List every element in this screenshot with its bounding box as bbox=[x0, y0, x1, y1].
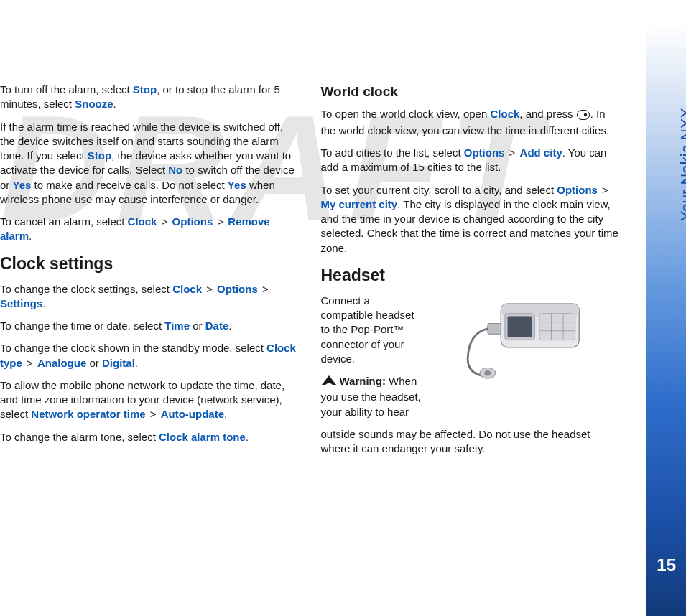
heading-world-clock: World clock bbox=[321, 83, 622, 101]
para-open-world-clock: To open the world clock view, open Clock… bbox=[321, 107, 622, 139]
svg-rect-5 bbox=[507, 316, 532, 337]
section-label: Your Nokia NXX bbox=[676, 108, 686, 221]
nav-right-key-icon bbox=[577, 109, 590, 123]
page-edge-gradient bbox=[646, 0, 686, 616]
ui-add-city: Add city bbox=[520, 146, 562, 159]
svg-point-1 bbox=[584, 113, 587, 116]
page-number: 15 bbox=[657, 554, 676, 577]
para-warning-inline: Warning: When you use the headset, your … bbox=[321, 374, 423, 419]
heading-headset: Headset bbox=[321, 264, 622, 286]
ui-options: Options bbox=[464, 146, 505, 159]
left-column: To turn off the alarm, select Stop, or t… bbox=[0, 83, 301, 464]
ui-date: Date bbox=[205, 319, 229, 332]
para-alarm-tone: To change the alarm tone, select Clock a… bbox=[0, 430, 301, 444]
ui-clock: Clock bbox=[172, 283, 202, 295]
ui-auto-update: Auto-update bbox=[161, 408, 224, 420]
ui-options: Options bbox=[217, 283, 258, 295]
ui-stop: Stop bbox=[133, 83, 157, 95]
para-clock-type: To change the clock shown in the standby… bbox=[0, 341, 301, 370]
headset-illustration bbox=[433, 294, 622, 380]
para-add-city: To add cities to the list, select Option… bbox=[321, 146, 622, 175]
ui-settings: Settings bbox=[0, 297, 42, 309]
svg-rect-6 bbox=[539, 314, 575, 340]
para-warning-cont: outside sounds may be affected. Do not u… bbox=[321, 427, 622, 457]
warning-label: Warning: bbox=[340, 375, 386, 387]
ui-digital: Digital bbox=[102, 357, 135, 369]
ui-my-current-city: My current city bbox=[321, 198, 398, 210]
right-column: World clock To open the world clock view… bbox=[321, 83, 622, 464]
para-alarm-off: To turn off the alarm, select Stop, or t… bbox=[0, 83, 301, 112]
para-network-time: To allow the mobile phone network to upd… bbox=[0, 378, 301, 422]
page-border-line bbox=[646, 6, 646, 610]
ui-yes: Yes bbox=[13, 179, 32, 191]
ui-yes: Yes bbox=[228, 179, 246, 191]
ui-no: No bbox=[168, 164, 182, 176]
heading-clock-settings: Clock settings bbox=[0, 253, 301, 275]
svg-rect-0 bbox=[577, 110, 589, 119]
svg-point-13 bbox=[484, 370, 491, 375]
para-cancel-alarm: To cancel an alarm, select Clock > Optio… bbox=[0, 215, 301, 244]
ui-clock-alarm-tone: Clock alarm tone bbox=[159, 431, 246, 443]
para-headset-connect: Connect a compatible headset to the Pop-… bbox=[321, 294, 423, 366]
warning-icon bbox=[321, 375, 337, 390]
ui-clock: Clock bbox=[128, 215, 157, 228]
svg-rect-11 bbox=[487, 323, 500, 334]
para-device-off: If the alarm time is reached while the d… bbox=[0, 120, 301, 207]
ui-options: Options bbox=[557, 184, 598, 196]
ui-snooze: Snooze bbox=[75, 98, 113, 110]
para-change-settings: To change the clock settings, select Clo… bbox=[0, 282, 301, 312]
ui-options: Options bbox=[172, 215, 213, 228]
ui-time: Time bbox=[164, 319, 190, 332]
ui-analogue: Analogue bbox=[37, 357, 86, 369]
ui-clock: Clock bbox=[490, 108, 519, 120]
ui-network-operator-time: Network operator time bbox=[31, 408, 145, 420]
para-current-city: To set your current city, scroll to a ci… bbox=[321, 183, 622, 256]
para-change-time-date: To change the time or date, select Time … bbox=[0, 319, 301, 333]
ui-stop: Stop bbox=[88, 149, 111, 162]
